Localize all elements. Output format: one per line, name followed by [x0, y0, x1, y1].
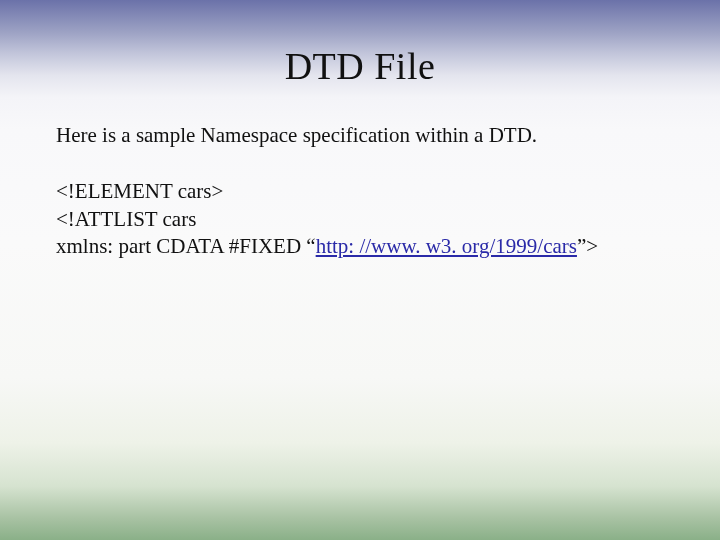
code-line-2: <!ATTLIST cars	[56, 206, 664, 233]
slide: DTD File Here is a sample Namespace spec…	[0, 0, 720, 540]
code-block: <!ELEMENT cars> <!ATTLIST cars xmlns: pa…	[56, 178, 664, 260]
slide-title: DTD File	[56, 44, 664, 88]
url-link[interactable]: http: //www. w3. org/1999/cars	[316, 234, 577, 258]
code-line-3: xmlns: part CDATA #FIXED “http: //www. w…	[56, 233, 664, 260]
code-line-3-prefix: xmlns: part CDATA #FIXED “	[56, 234, 316, 258]
intro-text: Here is a sample Namespace specification…	[56, 122, 664, 148]
code-line-3-suffix: ”>	[577, 234, 598, 258]
code-line-1: <!ELEMENT cars>	[56, 178, 664, 205]
